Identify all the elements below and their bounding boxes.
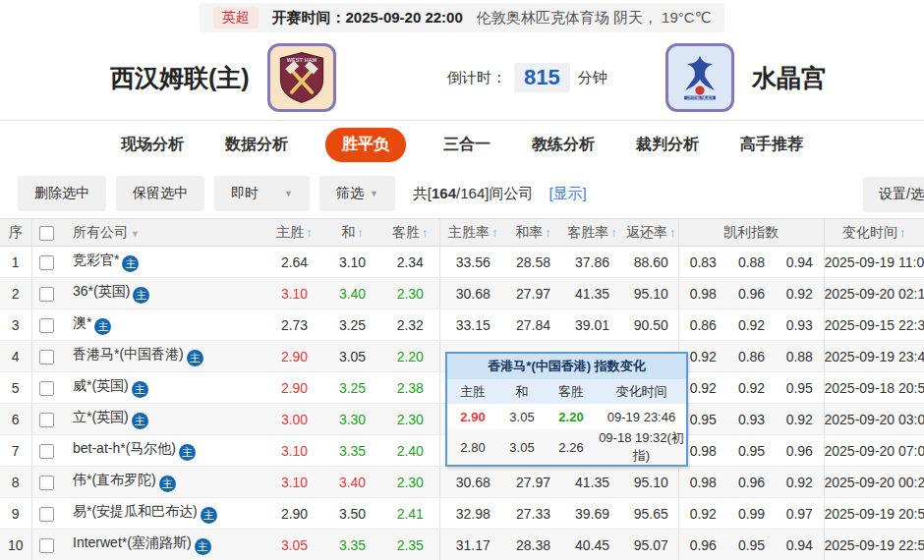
row-checkbox[interactable] xyxy=(39,413,54,427)
col-away-win[interactable]: 客胜↑ xyxy=(381,219,439,247)
filter-dropdown[interactable]: 筛选 ▼ xyxy=(319,176,395,211)
home-rate: 32.98 xyxy=(439,498,506,530)
company-cell[interactable]: 香港马*(中国香港)主 xyxy=(61,341,265,372)
row-seq: 7 xyxy=(0,435,31,467)
company-name[interactable]: 竞彩官* xyxy=(73,252,119,267)
col-return-rate[interactable]: 返还率↑ xyxy=(624,219,678,247)
main-badge-icon: 主 xyxy=(94,318,111,335)
sort-asc-icon: ↑ xyxy=(899,225,906,240)
company-cell[interactable]: 竞彩官*主 xyxy=(61,247,265,278)
company-name[interactable]: 立*(英国) xyxy=(73,409,129,424)
row-checkbox[interactable] xyxy=(39,255,54,270)
draw-odds: 3.40 xyxy=(323,278,381,309)
col-home-win[interactable]: 主胜↑ xyxy=(265,219,323,247)
company-name[interactable]: 易*(安提瓜和巴布达) xyxy=(73,503,198,519)
tab-expert-picks[interactable]: 高手推荐 xyxy=(736,128,807,162)
company-cell[interactable]: 立*(英国)主 xyxy=(61,404,265,435)
tab-coach-analysis[interactable]: 教练分析 xyxy=(528,128,599,162)
row-checkbox[interactable] xyxy=(39,538,54,553)
company-cell[interactable]: Interwet*(塞浦路斯)主 xyxy=(61,530,265,560)
sort-asc-icon: ↑ xyxy=(669,225,676,240)
kelly-index: 0.95 xyxy=(727,435,776,467)
select-all-cell xyxy=(31,219,61,247)
home-win-odds: 2.90 xyxy=(265,341,323,372)
main-badge-icon: 主 xyxy=(195,538,211,555)
col-away-rate[interactable]: 客胜率↑ xyxy=(560,219,624,247)
row-seq: 6 xyxy=(0,404,31,435)
change-time: 2025-09-19 22:50 xyxy=(824,530,924,560)
tab-live-analysis[interactable]: 现场分析 xyxy=(117,128,188,162)
home-win-odds: 3.10 xyxy=(265,435,323,467)
chevron-down-icon: ▼ xyxy=(131,229,140,239)
home-win-odds: 3.10 xyxy=(265,278,323,309)
company-name[interactable]: 伟*(直布罗陀) xyxy=(73,472,156,487)
col-home-rate[interactable]: 主胜率↑ xyxy=(439,219,506,247)
kelly-index: 0.92 xyxy=(678,498,727,530)
company-name[interactable]: 威*(英国) xyxy=(73,377,129,393)
tooltip-value: 3.05 xyxy=(498,404,546,429)
home-win-odds: 2.90 xyxy=(265,498,323,530)
company-name[interactable]: 香港马*(中国香港) xyxy=(73,346,184,362)
row-checkbox[interactable] xyxy=(39,444,54,459)
row-seq: 8 xyxy=(0,467,31,498)
delete-selected-button[interactable]: 删除选中 xyxy=(18,176,106,211)
chevron-down-icon: ▼ xyxy=(370,189,378,198)
row-checkbox[interactable] xyxy=(39,318,54,333)
kelly-index: 0.96 xyxy=(727,467,776,498)
kelly-index: 0.95 xyxy=(776,372,824,404)
away-win-odds: 2.30 xyxy=(381,404,439,435)
company-cell[interactable]: 易*(安提瓜和巴布达)主 xyxy=(61,498,265,530)
col-company[interactable]: 所有公司▼ xyxy=(61,219,265,247)
away-win-odds: 2.38 xyxy=(381,372,439,404)
row-checkbox[interactable] xyxy=(39,381,54,396)
kelly-index: 0.93 xyxy=(727,404,776,435)
company-name[interactable]: Interwet*(塞浦路斯) xyxy=(73,534,192,550)
company-cell[interactable]: 威*(英国)主 xyxy=(61,372,265,404)
away-win-odds: 2.30 xyxy=(381,467,439,498)
col-draw[interactable]: 和↑ xyxy=(323,219,381,247)
instant-dropdown[interactable]: 即时 ▼ xyxy=(214,176,310,211)
kelly-index: 0.83 xyxy=(678,247,727,278)
settings-button[interactable]: 设置/选 xyxy=(863,177,924,212)
tooltip-value: 2.20 xyxy=(546,404,597,429)
row-seq: 9 xyxy=(0,498,31,530)
row-checkbox[interactable] xyxy=(39,507,54,522)
col-draw-rate[interactable]: 和率↑ xyxy=(506,219,560,247)
tab-three-in-one[interactable]: 三合一 xyxy=(439,128,494,162)
select-all-checkbox[interactable] xyxy=(39,226,54,241)
draw-odds: 3.40 xyxy=(323,467,381,498)
row-checkbox[interactable] xyxy=(39,476,54,490)
row-checkbox-cell xyxy=(31,309,61,341)
home-win-odds: 2.64 xyxy=(265,247,323,278)
col-change-time[interactable]: 变化时间↑ xyxy=(824,219,924,247)
match-info-bar: 英超 开赛时间：2025-09-20 22:00 伦敦奥林匹克体育场 阴天， 1… xyxy=(0,0,924,35)
away-win-odds: 2.40 xyxy=(381,435,439,467)
countdown: 倒计时： 815 分钟 xyxy=(447,63,607,92)
show-link[interactable]: [显示] xyxy=(549,185,586,203)
row-checkbox[interactable] xyxy=(39,350,54,364)
away-team-badge: CRYSTAL PALACE xyxy=(665,43,734,112)
return-rate: 95.10 xyxy=(624,278,678,309)
company-cell[interactable]: 澳*主 xyxy=(61,309,265,341)
league-badge[interactable]: 英超 xyxy=(213,7,259,28)
tab-data-analysis[interactable]: 数据分析 xyxy=(221,128,292,162)
row-checkbox[interactable] xyxy=(39,287,54,302)
tab-win-draw-lose[interactable]: 胜平负 xyxy=(325,128,406,162)
away-win-odds: 2.35 xyxy=(381,530,439,560)
away-win-odds: 2.32 xyxy=(381,309,439,341)
home-win-odds: 3.00 xyxy=(265,404,323,435)
company-name[interactable]: bet-at-h*(马尔他) xyxy=(73,440,176,456)
main-badge-icon: 主 xyxy=(187,350,203,366)
company-cell[interactable]: 伟*(直布罗陀)主 xyxy=(61,467,265,498)
company-cell[interactable]: 36*(英国)主 xyxy=(61,278,265,309)
home-win-odds: 3.10 xyxy=(265,467,323,498)
company-name[interactable]: 36*(英国) xyxy=(73,283,130,299)
away-win-odds: 2.34 xyxy=(381,247,439,278)
company-name[interactable]: 澳* xyxy=(73,314,91,330)
keep-selected-button[interactable]: 保留选中 xyxy=(116,176,204,211)
tab-referee-analysis[interactable]: 裁判分析 xyxy=(632,128,703,162)
tooltip-col-header: 和 xyxy=(498,379,546,404)
company-cell[interactable]: bet-at-h*(马尔他)主 xyxy=(61,435,265,467)
change-time: 2025-09-20 03:07 xyxy=(824,404,924,435)
sort-asc-icon: ↑ xyxy=(491,225,498,240)
